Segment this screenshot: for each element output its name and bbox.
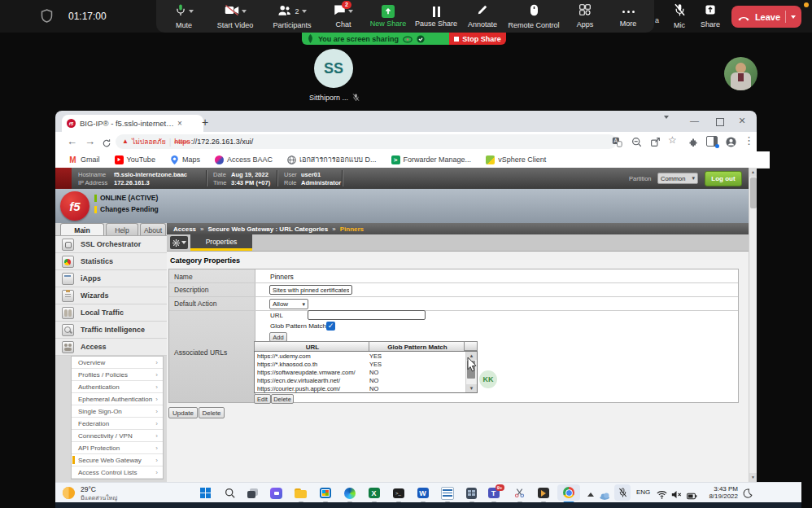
f5-logo[interactable]: f5 bbox=[60, 191, 89, 221]
menu-traffic-intelligence[interactable]: Traffic Intelligence bbox=[55, 322, 167, 339]
menu-access[interactable]: Access bbox=[55, 339, 167, 356]
share-page-icon[interactable] bbox=[650, 136, 661, 151]
bookmark-vsphere[interactable]: vSphere Client bbox=[486, 155, 546, 164]
menu-wizards[interactable]: Wizards bbox=[55, 287, 167, 304]
submenu-single-sign-on[interactable]: Single Sign-On› bbox=[72, 405, 163, 418]
back-button[interactable]: ← bbox=[67, 136, 77, 147]
tray-expand-chevron[interactable] bbox=[587, 489, 594, 497]
view-options-gear-button[interactable] bbox=[170, 236, 188, 249]
description-input[interactable] bbox=[269, 285, 352, 295]
address-bar[interactable]: ▲ ไม่ปลอดภัย | https ://172.26.161.3/xui… bbox=[116, 134, 617, 149]
participant-avatar[interactable]: SS bbox=[314, 49, 353, 88]
more-button[interactable]: More bbox=[610, 0, 646, 33]
mute-button[interactable]: Mute bbox=[163, 0, 205, 33]
new-share-button[interactable]: New Share bbox=[368, 0, 408, 33]
menu-ssl-orchestrator[interactable]: SSL Orchestrator bbox=[55, 236, 167, 253]
submenu-ephemeral-authentication[interactable]: Ephemeral Authentication› bbox=[72, 393, 163, 405]
submenu-overview[interactable]: Overview› bbox=[72, 357, 163, 369]
translate-icon[interactable]: A bbox=[612, 136, 622, 151]
submenu-connectivity-vpn[interactable]: Connectivity / VPN› bbox=[72, 430, 163, 442]
menu-statistics[interactable]: Statistics bbox=[55, 253, 167, 270]
browser-menu-dots-icon[interactable]: ⋮ bbox=[744, 135, 754, 146]
teams-button[interactable]: T9+ bbox=[487, 486, 500, 500]
menu-iapps[interactable]: iApps bbox=[55, 270, 167, 287]
profile-avatar-icon[interactable] bbox=[726, 136, 736, 151]
participants-options-chevron[interactable] bbox=[302, 10, 307, 15]
wifi-icon[interactable] bbox=[657, 488, 667, 502]
breadcrumb-access[interactable]: Access bbox=[173, 226, 196, 233]
bookmark-forwarder[interactable]: >Forwarder Manage... bbox=[391, 155, 472, 164]
not-secure-label[interactable]: ไม่ปลอดภัย bbox=[132, 136, 166, 147]
leave-options-chevron[interactable] bbox=[791, 15, 796, 21]
new-tab-button[interactable]: + bbox=[202, 116, 208, 128]
page-scrollbar[interactable]: ▲ ▼ bbox=[749, 168, 757, 482]
edge-button[interactable] bbox=[343, 486, 356, 500]
glob-pattern-checkbox[interactable]: ✓ bbox=[326, 322, 335, 331]
onedrive-icon[interactable] bbox=[600, 488, 611, 503]
reload-button[interactable] bbox=[102, 137, 111, 151]
tray-language[interactable]: ENG bbox=[636, 488, 650, 496]
snipping-tool-button[interactable] bbox=[513, 486, 526, 500]
chat-button[interactable]: 2 Chat bbox=[324, 0, 363, 33]
leave-button[interactable]: Leave bbox=[731, 6, 801, 28]
security-shield-icon[interactable] bbox=[41, 9, 53, 26]
chat-options-chevron[interactable] bbox=[348, 10, 353, 15]
nav-tab-main[interactable]: Main bbox=[60, 223, 104, 236]
host-video-thumbnail[interactable] bbox=[724, 57, 757, 90]
submenu-access-control-lists[interactable]: Access Control Lists› bbox=[72, 466, 163, 479]
bookmark-star-icon[interactable]: ☆ bbox=[668, 135, 677, 145]
bookmark-gmail[interactable]: MGmail bbox=[68, 155, 100, 164]
stop-share-button[interactable]: Stop Share bbox=[449, 33, 506, 45]
remote-control-button[interactable]: Remote Control bbox=[506, 0, 561, 33]
task-view-button[interactable] bbox=[246, 486, 260, 500]
submenu-secure-web-gateway[interactable]: Secure Web Gateway› bbox=[72, 454, 163, 466]
nav-tab-help[interactable]: Help bbox=[106, 223, 138, 236]
default-action-select[interactable]: Allow▾ bbox=[269, 299, 308, 309]
tray-clock[interactable]: 3:43 PM 8/19/2022 bbox=[701, 485, 738, 500]
partition-select[interactable]: Common▾ bbox=[657, 173, 698, 184]
bookmark-access-baac[interactable]: Access BAAC bbox=[215, 155, 273, 164]
url-input[interactable] bbox=[308, 310, 426, 320]
file-explorer-button[interactable] bbox=[294, 486, 308, 500]
apps-button[interactable]: Apps bbox=[568, 0, 602, 33]
tab-close-icon[interactable]: × bbox=[177, 119, 182, 128]
browser-tab[interactable]: f5 BIG-IP® - f5.sslo-internetzone.ba × bbox=[62, 115, 203, 132]
video-options-chevron[interactable] bbox=[242, 10, 247, 15]
night-light-moon-icon[interactable] bbox=[743, 487, 753, 501]
submenu-api-protection[interactable]: API Protection› bbox=[72, 442, 163, 454]
participants-button[interactable]: 2 Participants bbox=[265, 0, 319, 33]
menu-local-traffic[interactable]: Local Traffic bbox=[55, 304, 167, 322]
submenu-profiles-policies[interactable]: Profiles / Policies› bbox=[72, 369, 163, 381]
submenu-federation[interactable]: Federation› bbox=[72, 418, 163, 430]
annotate-button[interactable]: Annotate bbox=[462, 0, 503, 33]
logout-button[interactable]: Log out bbox=[705, 171, 742, 186]
pause-share-button[interactable]: Pause Share bbox=[413, 0, 459, 33]
extensions-puzzle-icon[interactable] bbox=[688, 136, 698, 151]
chat-app-button[interactable] bbox=[269, 486, 283, 500]
chrome-active-bg[interactable] bbox=[557, 484, 580, 501]
calculator-button[interactable] bbox=[465, 486, 478, 500]
start-video-button[interactable]: Start Video bbox=[210, 0, 260, 33]
excel-button[interactable]: X bbox=[367, 486, 381, 500]
start-button[interactable] bbox=[199, 486, 212, 500]
edit-button[interactable]: Edit bbox=[254, 394, 271, 404]
window-minimize-button[interactable]: — bbox=[690, 116, 699, 125]
share-button[interactable]: Share bbox=[696, 0, 724, 33]
window-maximize-button[interactable] bbox=[716, 118, 724, 126]
tray-mic-muted[interactable] bbox=[614, 484, 631, 501]
url-listbox[interactable]: https://*.udemy.comYES https://*.khaosod… bbox=[254, 351, 478, 393]
properties-tab[interactable]: Properties bbox=[190, 234, 252, 251]
sidebar-panel-icon[interactable] bbox=[706, 136, 718, 147]
search-button[interactable] bbox=[223, 486, 237, 500]
submenu-authentication[interactable]: Authentication› bbox=[72, 381, 163, 393]
delete-row-button[interactable]: Delete bbox=[271, 394, 294, 404]
bookmark-youtube[interactable]: YouTube bbox=[115, 155, 155, 164]
word-button[interactable]: W bbox=[416, 486, 430, 500]
visual-studio-button[interactable] bbox=[536, 486, 550, 500]
forward-button[interactable]: → bbox=[85, 136, 95, 147]
breadcrumb-swg-url-categories[interactable]: Secure Web Gateway : URL Categories bbox=[207, 226, 328, 233]
nav-tab-about[interactable]: About bbox=[140, 223, 166, 236]
update-button[interactable]: Update bbox=[168, 407, 198, 418]
zoom-out-icon[interactable] bbox=[631, 136, 642, 151]
bookmark-design-doc[interactable]: เอกสารการออกแบบ D... bbox=[287, 154, 377, 165]
